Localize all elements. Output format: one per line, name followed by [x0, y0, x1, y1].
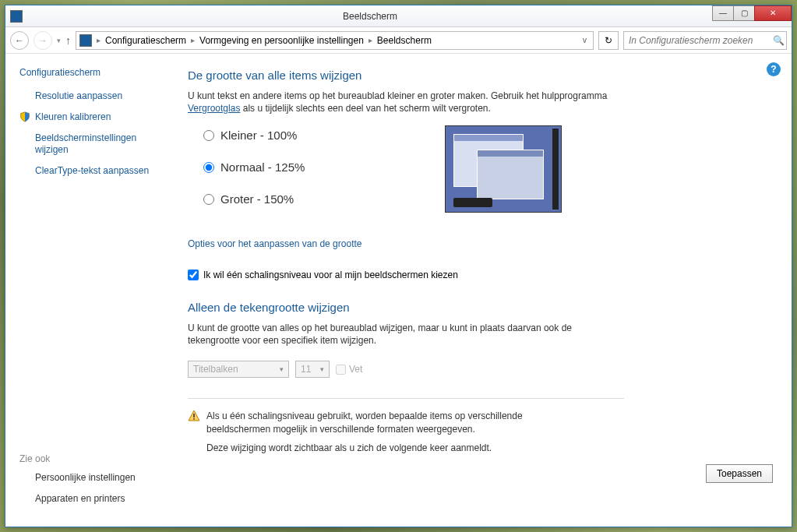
- navbar: ← → ▾ ↑ ▸ Configuratiescherm ▸ Vormgevin…: [5, 27, 792, 54]
- custom-sizing-link[interactable]: Opties voor het aanpassen van de grootte: [188, 238, 361, 249]
- window-controls: — ▢ ✕: [713, 5, 792, 23]
- apply-button[interactable]: Toepassen: [706, 464, 773, 483]
- see-also-header: Zie ook: [19, 453, 164, 464]
- breadcrumb-item[interactable]: Configuratiescherm: [102, 35, 189, 46]
- one-scaling-level-label: Ik wil één schalingsniveau voor al mijn …: [203, 270, 458, 280]
- breadcrumb-item[interactable]: Beeldscherm: [374, 35, 435, 46]
- address-dropdown-icon[interactable]: v: [577, 36, 593, 44]
- radio-normal-input[interactable]: [203, 162, 214, 173]
- sidebar-link-display-settings[interactable]: Beeldscherminstellingen wijzigen: [35, 132, 164, 156]
- refresh-icon: ↻: [605, 35, 612, 46]
- sidebar-link-resolution[interactable]: Resolutie aanpassen: [35, 90, 164, 102]
- minimize-button[interactable]: —: [712, 5, 734, 21]
- warning-subtext: Deze wijziging wordt zichtbaar als u zic…: [206, 442, 627, 453]
- close-button[interactable]: ✕: [754, 5, 792, 21]
- description-text-size: U kunt de grootte van alles op het burea…: [188, 322, 624, 347]
- window-title: Beeldscherm: [27, 11, 713, 22]
- help-icon[interactable]: ?: [767, 62, 781, 76]
- search-icon[interactable]: 🔍: [771, 35, 786, 46]
- radio-normal[interactable]: Normaal - 125%: [203, 160, 305, 174]
- main-content: ? De grootte van alle items wijzigen U k…: [174, 55, 792, 527]
- breadcrumb-item[interactable]: Vormgeving en persoonlijke instellingen: [196, 35, 367, 46]
- see-also-devices-printers[interactable]: Apparaten en printers: [35, 493, 164, 505]
- heading-change-size: De grootte van alle items wijzigen: [188, 69, 774, 82]
- divider: [188, 398, 624, 399]
- recent-dropdown-icon[interactable]: ▾: [57, 37, 61, 44]
- radio-smaller[interactable]: Kleiner - 100%: [203, 129, 305, 142]
- radio-larger-label: Groter - 150%: [220, 192, 294, 206]
- refresh-button[interactable]: ↻: [598, 31, 619, 50]
- chevron-down-icon: ▾: [280, 365, 284, 373]
- size-select[interactable]: 11 ▾: [295, 361, 330, 378]
- chevron-down-icon: ▾: [320, 365, 324, 373]
- sidebar-link-cleartype[interactable]: ClearType-tekst aanpassen: [35, 165, 164, 177]
- bold-checkbox-row[interactable]: Vet: [336, 364, 362, 375]
- svg-rect-1: [193, 418, 195, 420]
- sidebar: Configuratiescherm Resolutie aanpassen K…: [5, 55, 174, 527]
- breadcrumb-bar[interactable]: ▸ Configuratiescherm ▸ Vormgeving en per…: [76, 31, 594, 50]
- warning-text: Als u één schalingsniveau gebruikt, word…: [206, 410, 534, 436]
- radio-smaller-input[interactable]: [203, 130, 214, 141]
- control-panel-home-link[interactable]: Configuratiescherm: [19, 67, 164, 78]
- up-button[interactable]: ↑: [65, 34, 71, 47]
- location-icon: [79, 34, 92, 47]
- sidebar-link-calibrate-colors[interactable]: Kleuren kalibreren: [19, 111, 164, 123]
- see-also-personalization[interactable]: Persoonlijke instellingen: [35, 472, 164, 484]
- control-panel-window: Beeldscherm — ▢ ✕ ← → ▾ ↑ ▸ Configuratie…: [5, 5, 792, 527]
- chevron-right-icon[interactable]: ▸: [367, 36, 374, 44]
- titlebar: Beeldscherm — ▢ ✕: [5, 5, 792, 27]
- chevron-right-icon[interactable]: ▸: [189, 36, 196, 44]
- bold-checkbox[interactable]: [336, 365, 346, 375]
- forward-button[interactable]: →: [34, 31, 52, 50]
- scaling-preview: [445, 125, 562, 213]
- warning-icon: [188, 410, 200, 422]
- maximize-button[interactable]: ▢: [733, 5, 755, 21]
- arrow-left-icon: ←: [15, 35, 24, 46]
- chevron-right-icon[interactable]: ▸: [95, 36, 102, 44]
- radio-larger[interactable]: Groter - 150%: [203, 192, 305, 206]
- back-button[interactable]: ←: [10, 31, 29, 50]
- search-input[interactable]: [624, 35, 771, 46]
- arrow-right-icon: →: [38, 35, 48, 46]
- one-scaling-level-row[interactable]: Ik wil één schalingsniveau voor al mijn …: [188, 270, 774, 280]
- radio-normal-label: Normaal - 125%: [220, 160, 305, 174]
- radio-smaller-label: Kleiner - 100%: [220, 129, 297, 142]
- shield-icon: [19, 111, 30, 122]
- one-scaling-level-checkbox[interactable]: [188, 270, 199, 280]
- radio-larger-input[interactable]: [203, 194, 214, 205]
- bold-label: Vet: [349, 364, 362, 375]
- heading-text-size: Alleen de tekengrootte wijzigen: [188, 301, 774, 314]
- app-icon: [10, 10, 23, 23]
- search-box[interactable]: 🔍: [623, 31, 787, 50]
- svg-rect-0: [193, 414, 195, 417]
- scaling-radio-group: Kleiner - 100% Normaal - 125% Groter - 1…: [203, 125, 305, 224]
- description-change-size: U kunt tekst en andere items op het bure…: [188, 90, 624, 115]
- item-select[interactable]: Titelbalken ▾: [188, 361, 289, 378]
- magnifier-link[interactable]: Vergrootglas: [188, 103, 240, 114]
